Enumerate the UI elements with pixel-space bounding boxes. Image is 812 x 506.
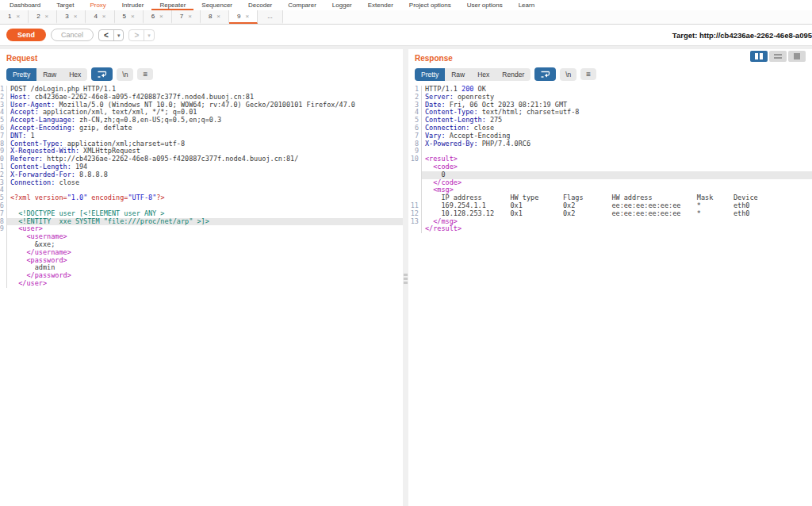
menu-item-logger[interactable]: Logger [324,0,360,10]
repeater-tab-8[interactable]: 8× [201,10,229,24]
line-number: 15 [0,194,7,202]
forward-button[interactable]: > [129,30,144,40]
response-tab-raw[interactable]: Raw [445,68,471,81]
menu-item-target[interactable]: Target [48,0,82,10]
menu-item-learn[interactable]: Learn [511,0,542,10]
response-newline-toggle-button[interactable]: \n [560,68,576,81]
repeater-tab-bar: 1×2×3×4×5×6×7×8×9×... [0,10,812,25]
menu-item-dashboard[interactable]: Dashboard [2,0,48,10]
close-tab-icon[interactable]: × [159,13,163,20]
menu-item-sequencer[interactable]: Sequencer [193,0,240,10]
menu-item-decoder[interactable]: Decoder [240,0,280,10]
cancel-button[interactable]: Cancel [51,29,94,41]
line-number [408,225,422,233]
response-tab-render[interactable]: Render [496,68,530,81]
repeater-tab-label: 5 [123,13,126,20]
request-editor[interactable]: 1POST /doLogin.php HTTP/1.12Host: cb4236… [0,84,403,506]
code-line: <password> [0,257,403,265]
response-panel: Response PrettyRawHexRender \n ≡ 1HTTP/1… [408,49,812,506]
code-line: </password> [0,272,403,280]
request-editor-menu-button[interactable]: ≡ [137,68,153,80]
response-word-wrap-button[interactable] [534,67,556,81]
request-tab-raw[interactable]: Raw [36,68,63,81]
toolbar: Send Cancel < ▾ > ▾ Target: http://cb423… [0,25,812,45]
menu-item-extender[interactable]: Extender [360,0,401,10]
code-text: <?xml version="1.0" encoding="UTF-8"?> [7,194,403,202]
line-number [408,186,422,194]
close-tab-icon[interactable]: × [188,13,192,20]
repeater-tab-9[interactable]: 9× [229,10,258,24]
repeater-tab-2[interactable]: 2× [29,10,57,24]
line-number: 2 [408,94,422,102]
request-panel: Request PrettyRawHex \n ≡ 1POST /doLogin… [0,49,403,506]
close-tab-icon[interactable]: × [45,13,49,20]
line-number [0,272,7,280]
menu-item-repeater[interactable]: Repeater [151,0,193,10]
line-number: 13 [0,179,7,187]
code-line: 9 [408,148,812,155]
repeater-tab-label: 7 [180,13,183,20]
pane-divider[interactable] [403,49,408,506]
code-line: 12 10.128.253.12 0x1 0x2 ee:ee:ee:ee:ee:… [408,210,812,218]
code-line: </user> [0,280,403,288]
layout-rows-icon [774,54,782,59]
line-number: 18 [0,218,7,226]
code-line: 10<result> [408,155,812,163]
request-tab-pretty[interactable]: Pretty [6,68,36,81]
line-number: 9 [0,148,7,155]
line-number [0,233,7,241]
request-panel-title: Request [6,54,396,63]
close-tab-icon[interactable]: × [131,13,135,20]
code-text: 0 [422,171,812,179]
line-number [0,280,7,288]
forward-dropdown-button[interactable]: ▾ [144,30,154,40]
code-text: Accept-Encoding: gzip, deflate [7,125,403,132]
send-button[interactable]: Send [6,29,46,41]
layout-columns-button[interactable] [750,51,768,62]
layout-single-button[interactable] [788,51,806,62]
layout-rows-button[interactable] [769,51,787,62]
close-tab-icon[interactable]: × [74,13,78,20]
repeater-tab-3[interactable]: 3× [57,10,86,24]
response-editor-menu-button[interactable]: ≡ [580,68,596,80]
menu-item-comparer[interactable]: Comparer [280,0,324,10]
repeater-tab-label: 3 [65,13,68,20]
repeater-tab-overflow[interactable]: ... [258,10,283,24]
repeater-tab-1[interactable]: 1× [0,10,29,24]
repeater-tab-label: 4 [94,13,97,20]
repeater-tab-4[interactable]: 4× [86,10,114,24]
repeater-tab-6[interactable]: 6× [144,10,172,24]
repeater-tab-5[interactable]: 5× [115,10,144,24]
close-tab-icon[interactable]: × [245,13,249,20]
close-tab-icon[interactable]: × [216,13,220,20]
menu-item-user-options[interactable]: User options [459,0,511,10]
line-number [408,179,422,187]
layout-toggle-group [750,51,806,62]
line-number: 11 [408,202,422,210]
menu-item-project-options[interactable]: Project options [401,0,459,10]
code-line: 0 [408,171,812,179]
line-number: 3 [408,102,422,109]
close-tab-icon[interactable]: × [102,13,106,20]
response-tab-pretty[interactable]: Pretty [415,68,445,81]
code-line: 6Accept-Encoding: gzip, deflate [0,125,403,132]
request-newline-toggle-button[interactable]: \n [117,68,133,81]
line-number: 5 [0,117,7,125]
menu-bar: DashboardTargetProxyIntruderRepeaterSequ… [0,0,812,10]
back-button[interactable]: < [99,30,114,40]
line-number: 1 [408,86,422,94]
code-line: 13Connection: close [0,179,403,187]
request-tab-hex[interactable]: Hex [63,68,87,81]
repeater-tab-7[interactable]: 7× [172,10,201,24]
code-line: <code> [408,163,812,171]
code-text: X-Powered-By: PHP/7.4.0RC6 [422,140,812,148]
line-number: 7 [408,132,422,140]
line-number: 10 [408,155,422,163]
back-dropdown-button[interactable]: ▾ [114,30,124,40]
response-tab-hex[interactable]: Hex [471,68,496,81]
close-tab-icon[interactable]: × [16,13,20,20]
request-word-wrap-button[interactable] [91,67,113,81]
menu-item-intruder[interactable]: Intruder [114,0,152,10]
menu-item-proxy[interactable]: Proxy [82,0,113,10]
code-line: <username> [0,233,403,241]
